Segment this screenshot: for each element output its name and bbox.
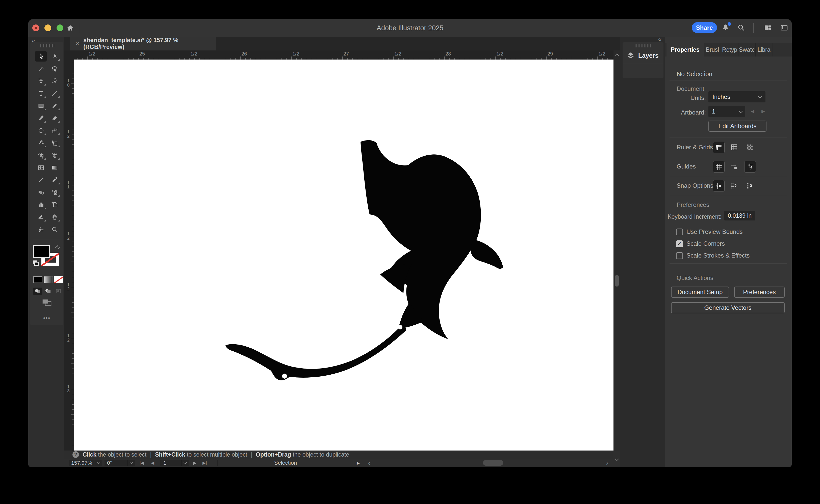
paintbrush-tool[interactable] (49, 100, 60, 111)
grid-icon[interactable] (729, 142, 740, 153)
next-artboard-button[interactable]: ▶ (193, 459, 196, 467)
type-tool[interactable] (35, 88, 47, 99)
tab-libra[interactable]: Libra (755, 43, 773, 57)
artboard-chevron-icon[interactable] (181, 460, 188, 466)
lasso-tool[interactable] (49, 63, 60, 74)
ruler-icon[interactable] (713, 142, 725, 153)
transparency-grid-icon[interactable] (744, 142, 755, 153)
eraser-tool[interactable] (49, 113, 60, 123)
artwork-shape[interactable] (74, 60, 615, 451)
gradient-tool[interactable] (49, 162, 60, 173)
share-button[interactable]: Share (692, 22, 717, 33)
gradient-button[interactable] (44, 276, 53, 283)
puppet-warp-tool[interactable] (35, 137, 47, 148)
print-tiling-tool[interactable] (35, 224, 47, 235)
ruler-corner-box[interactable] (64, 50, 74, 60)
artboard-dropdown[interactable]: 1 (709, 106, 745, 117)
scroll-up-icon[interactable] (615, 53, 619, 58)
curvature-tool[interactable] (49, 76, 60, 86)
checkbox-scale-strokes-effects[interactable] (676, 252, 683, 259)
pen-tool[interactable] (35, 76, 47, 86)
prev-artboard-nav[interactable]: ◀ (751, 108, 754, 114)
shape-builder-tool[interactable] (35, 150, 47, 160)
checkbox-use-preview-bounds[interactable] (676, 229, 683, 235)
mesh-tool[interactable] (35, 162, 47, 173)
scroll-left-icon[interactable]: ‹ (368, 459, 370, 467)
hand-tool[interactable] (49, 212, 60, 222)
workspace-switcher-icon[interactable] (762, 22, 774, 34)
zoom-tool[interactable] (49, 224, 60, 235)
help-icon[interactable]: ? (72, 451, 79, 458)
snap-to-point-icon[interactable] (713, 180, 725, 192)
artboard-chevron-cell[interactable] (736, 106, 745, 117)
edit-artboards-button[interactable]: Edit Artboards (709, 121, 767, 132)
color-fill-button[interactable] (33, 276, 42, 283)
scale-tool[interactable] (49, 125, 60, 136)
document-setup-button[interactable]: Document Setup (671, 287, 729, 298)
symbols-tool[interactable] (35, 187, 47, 198)
next-artboard-nav[interactable]: ▶ (761, 108, 765, 114)
zoom-chevron-icon[interactable] (95, 460, 102, 466)
selection-tool[interactable] (35, 51, 47, 62)
artboard-canvas[interactable] (74, 60, 615, 451)
draw-behind-mode-button[interactable] (43, 288, 53, 295)
vertical-scrollbar[interactable] (613, 50, 620, 467)
rotation-chevron-icon[interactable] (127, 460, 135, 466)
scrollbar-corner[interactable] (613, 451, 620, 467)
edit-toolbar-ellipsis[interactable]: ••• (30, 315, 63, 321)
blend-tool[interactable] (35, 175, 47, 185)
tab-swatc[interactable]: Swatc (738, 43, 756, 57)
lock-guides-icon[interactable] (729, 161, 740, 172)
magic-wand-tool[interactable] (35, 63, 47, 74)
none-button[interactable] (54, 276, 63, 283)
status-play-icon[interactable]: ▶ (357, 459, 360, 467)
fill-swatch[interactable] (33, 245, 50, 258)
vertical-scrollbar-thumb[interactable] (615, 275, 619, 287)
artboard-tool[interactable] (49, 199, 60, 210)
free-transform-tool[interactable] (49, 137, 60, 148)
checkbox-scale-corners[interactable]: ✓ (676, 240, 683, 247)
units-dropdown[interactable]: Inches (709, 91, 766, 102)
toolbar-drag-handle[interactable] (39, 44, 55, 47)
notifications-bell-icon[interactable] (720, 22, 732, 34)
preferences-button[interactable]: Preferences (734, 287, 785, 298)
rotation-dropdown[interactable]: 0° (104, 460, 135, 466)
tab-properties[interactable]: Properties (667, 43, 704, 57)
smart-guides-icon[interactable] (744, 161, 756, 173)
document-tab[interactable]: × sheridan_template.ai* @ 157.97 % (RGB/… (70, 37, 217, 50)
rectangle-tool[interactable] (35, 100, 47, 111)
default-fill-stroke-icon[interactable] (32, 260, 40, 268)
horizontal-scrollbar-thumb[interactable] (483, 460, 503, 466)
scroll-right-icon[interactable]: › (606, 459, 608, 467)
direct-selection-tool[interactable] (49, 51, 60, 62)
close-tab-icon[interactable]: × (75, 40, 79, 48)
vertical-ruler[interactable]: 10121112121213 (64, 60, 74, 451)
shaper-tool[interactable] (35, 113, 47, 123)
artboard-number-dropdown[interactable]: 1 (160, 460, 188, 466)
guides-icon[interactable] (713, 161, 725, 173)
slice-tool[interactable] (35, 212, 47, 222)
last-artboard-button[interactable]: ▶| (202, 459, 207, 467)
graph-tool[interactable] (35, 199, 47, 210)
rotate-tool[interactable] (35, 125, 47, 136)
prev-artboard-button[interactable]: ◀ (151, 459, 154, 467)
layers-drag-handle[interactable] (635, 44, 651, 47)
horizontal-ruler[interactable]: 1/2251/2261/2271/2281/2291/2 (74, 50, 615, 60)
search-icon[interactable] (735, 22, 747, 34)
tab-brusl[interactable]: Brusl (704, 43, 721, 57)
line-segment-tool[interactable] (49, 88, 60, 99)
tab-retyp[interactable]: Retyp (721, 43, 739, 57)
screen-mode-button[interactable] (40, 298, 53, 307)
collapse-panels-icon[interactable]: « (658, 36, 662, 43)
swap-fill-stroke-icon[interactable] (54, 245, 61, 251)
symbol-sprayer-tool[interactable] (49, 187, 60, 198)
panel-toggle-icon[interactable] (778, 22, 790, 34)
snap-to-pixel-icon[interactable] (744, 180, 755, 191)
zoom-level-dropdown[interactable]: 157.97% (69, 460, 102, 466)
snap-to-grid-icon[interactable] (729, 180, 740, 191)
draw-normal-mode-button[interactable] (33, 288, 42, 295)
perspective-grid-tool[interactable] (49, 150, 60, 160)
layers-panel-button[interactable]: Layers (623, 48, 664, 63)
scroll-down-icon[interactable] (615, 457, 619, 461)
generate-vectors-button[interactable]: Generate Vectors (671, 302, 785, 313)
